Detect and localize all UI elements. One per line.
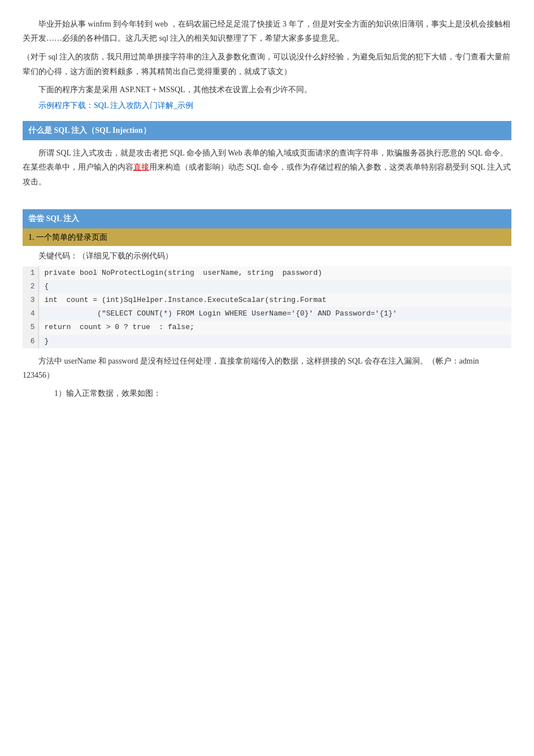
code-line: 6} [23, 335, 511, 348]
input-note: 1）输入正常数据，效果如图： [38, 387, 511, 400]
code-line: 1private bool NoProtectLogin(string user… [23, 266, 511, 280]
login-page-subheader: 1. 一个简单的登录页面 [23, 228, 511, 247]
sql-injection-header: 什么是 SQL 注入（SQL Injection） [23, 121, 511, 140]
key-code-label: 关键代码：（详细见下载的示例代码） [23, 249, 511, 263]
code-line: 2{ [23, 280, 511, 293]
sql-injection-content: 所谓 SQL 注入式攻击，就是攻击者把 SQL 命令插入到 Web 表单的输入域… [23, 146, 511, 189]
underline-word: 直接 [133, 163, 149, 171]
code-line: 3int count = (int)SqlHelper.Instance.Exe… [23, 293, 511, 307]
method-description: 方法中 userName 和 password 是没有经过任何处理，直接拿前端传… [23, 354, 511, 382]
line-code: } [38, 335, 511, 348]
line-code: { [38, 280, 511, 293]
line-number: 4 [23, 307, 38, 321]
code-line: 4 ("SELECT COUNT(*) FROM Login WHERE Use… [23, 307, 511, 321]
try-sql-section: 尝尝 SQL 注入 1. 一个简单的登录页面 关键代码：（详细见下载的示例代码）… [23, 209, 511, 400]
line-code: ("SELECT COUNT(*) FROM Login WHERE UserN… [38, 307, 511, 321]
line-number: 1 [23, 266, 38, 280]
line-number: 2 [23, 280, 38, 293]
code-block: 1private bool NoProtectLogin(string user… [23, 266, 511, 348]
intro-paragraph3: 下面的程序方案是采用 ASP.NET + MSSQL，其他技术在设置上会有少许不… [23, 83, 511, 97]
intro-paragraph2: （对于 sql 注入的攻防，我只用过简单拼接字符串的注入及参数化查询，可以说没什… [23, 50, 511, 78]
code-line: 5return count > 0 ? true : false; [23, 321, 511, 334]
line-number: 6 [23, 335, 38, 348]
line-number: 5 [23, 321, 38, 334]
download-link[interactable]: 示例程序下载：SQL 注入攻防入门详解_示例 [23, 99, 511, 113]
intro-section: 毕业开始从事 winfrm 到今年转到 web ，在码农届已经足足混了快接近 3… [23, 17, 511, 112]
line-code: return count > 0 ? true : false; [38, 321, 511, 334]
sql-injection-section: 什么是 SQL 注入（SQL Injection） 所谓 SQL 注入式攻击，就… [23, 121, 511, 188]
line-code: private bool NoProtectLogin(string userN… [38, 266, 511, 280]
intro-paragraph1: 毕业开始从事 winfrm 到今年转到 web ，在码农届已经足足混了快接近 3… [23, 17, 511, 45]
line-number: 3 [23, 293, 38, 307]
try-sql-header: 尝尝 SQL 注入 [23, 209, 511, 228]
line-code: int count = (int)SqlHelper.Instance.Exec… [38, 293, 511, 307]
